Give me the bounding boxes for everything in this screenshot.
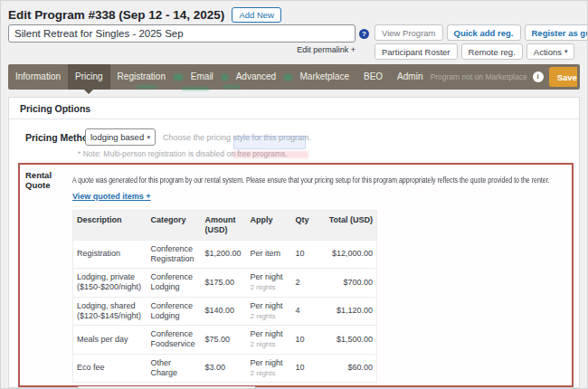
quote-row: Lodging, shared ($120-$145/night) Confer… [73, 297, 377, 326]
tab-information[interactable]: Information [8, 64, 68, 90]
pricing-method-note: * Note: Multi-person registration is dis… [78, 149, 579, 158]
quote-row: Eco fee Other Charge $3.00 Per night2 ni… [73, 354, 377, 383]
apply-sub: 2 nights [251, 312, 289, 321]
tab-beo[interactable]: BEO [356, 64, 390, 90]
view-quoted-items-link[interactable]: View quoted items + [72, 192, 151, 201]
cell-qty: 10 [292, 240, 318, 269]
tab-email[interactable]: Email [184, 64, 221, 90]
register-as-guest-button[interactable]: Register as guest [525, 24, 588, 41]
quote-row: Registration Conference Registration $1,… [73, 240, 377, 269]
pricing-method-label: Pricing Method [25, 132, 71, 143]
quick-add-reg-button[interactable]: Quick add reg. [447, 24, 521, 41]
marketplace-status-text: Program not on Marketplace [430, 72, 526, 81]
col-header-description: Description [73, 211, 147, 241]
chevron-down-icon: ▾ [147, 134, 150, 141]
col-header-apply: Apply [247, 211, 292, 241]
chevron-down-icon: ▾ [564, 48, 568, 55]
apply-sub: 2 nights [251, 340, 289, 349]
pricing-method-value: lodging based [90, 132, 144, 142]
quote-table: Description Category Amount (USD) Apply … [72, 210, 377, 383]
cell-qty: 4 [292, 297, 318, 326]
info-icon[interactable]: i [533, 71, 544, 82]
edit-permalink-link[interactable]: Edit permalink + [8, 45, 356, 54]
actions-dropdown-button[interactable]: Actions▾ [526, 43, 575, 60]
rental-quote-section: Rental Quote A quote was generated for t… [18, 163, 574, 387]
apply-main: Per night [251, 272, 289, 282]
cell-total: $60.00 [318, 354, 377, 383]
cell-amount: $1,200.00 [202, 240, 247, 269]
apply-sub: 2 nights [251, 369, 289, 378]
header-actions: View Program Quick add reg. Register as … [375, 24, 588, 60]
cell-amount: $3.00 [202, 354, 247, 383]
cell-description: Meals per day [73, 326, 147, 355]
cell-description: Lodging, shared ($120-$145/night) [73, 297, 147, 326]
col-header-qty: Qty [292, 211, 318, 241]
cell-amount: $75.00 [202, 326, 247, 355]
quote-row: Meals per day Conference Foodservice $75… [73, 326, 377, 355]
section-title: Pricing Options [9, 98, 579, 119]
cell-description: Eco fee [73, 354, 147, 383]
cell-apply: Per night2 nights [247, 269, 292, 298]
cell-apply: Per night2 nights [247, 297, 292, 326]
cell-amount: $175.00 [202, 269, 247, 298]
artifact-green-ghost [182, 87, 209, 90]
pricing-method-select[interactable]: lodging based ▾ [85, 128, 156, 146]
tab-pricing-label: Pricing [75, 71, 103, 81]
program-tab-bar: Information Pricing Registration Email A… [8, 64, 580, 90]
cell-category: Conference Lodging [147, 269, 202, 298]
add-new-button[interactable]: Add New [232, 7, 281, 23]
tab-pricing[interactable]: Pricing [68, 64, 110, 90]
tab-marketplace[interactable]: Marketplace [293, 64, 356, 90]
help-icon[interactable]: ? [359, 29, 369, 39]
cell-apply: Per item [247, 240, 292, 269]
cell-total: $700.00 [318, 269, 377, 298]
participant-roster-button[interactable]: Participant Roster [375, 43, 458, 60]
cell-description: Lodging, private ($150-$200/night) [73, 269, 147, 298]
cell-description: Registration [73, 240, 147, 269]
cell-qty: 2 [292, 269, 318, 298]
cell-category: Other Charge [147, 354, 202, 383]
actions-label: Actions [534, 47, 562, 57]
page-header: Edit Program #338 (Sep 12 - 14, 2025) Ad… [1, 1, 587, 60]
rental-quote-message: A quote was generated for this program b… [72, 176, 550, 185]
apply-sub: 2 nights [251, 283, 289, 292]
tab-admin[interactable]: Admin [390, 64, 430, 90]
apply-main: Per night [251, 358, 289, 368]
cell-total: $12,000.00 [318, 240, 377, 269]
active-tab-caret [84, 90, 93, 94]
view-program-button[interactable]: View Program [375, 24, 443, 41]
artifact-blue-ghost [233, 136, 306, 149]
cell-qty: 10 [292, 326, 318, 355]
cell-apply: Per night2 nights [247, 354, 292, 383]
artifact-green-ghost [223, 85, 240, 89]
artifact-green-ghost [222, 74, 228, 81]
quote-row: Lodging, private ($150-$200/night) Confe… [73, 269, 377, 298]
cell-amount: $140.00 [202, 297, 247, 326]
cell-category: Conference Foodservice [147, 326, 202, 355]
page-title: Edit Program #338 (Sep 12 - 14, 2025) [8, 8, 224, 22]
apply-main: Per night [251, 329, 289, 339]
cell-total: $1,120.00 [318, 297, 377, 326]
remote-reg-button[interactable]: Remote reg. [461, 43, 523, 60]
save-changes-button[interactable]: Save Changes [549, 67, 577, 87]
artifact-pink-ghost [232, 151, 308, 158]
artifact-green-ghost [174, 74, 183, 81]
col-header-amount: Amount (USD) [202, 211, 247, 241]
apply-main: Per item [251, 249, 289, 259]
program-title-input[interactable] [8, 24, 356, 43]
cell-category: Conference Lodging [147, 297, 202, 326]
apply-main: Per night [251, 301, 289, 311]
col-header-total: Total (USD) [318, 211, 377, 241]
cell-total: $1,500.00 [318, 326, 377, 355]
edit-program-page: Edit Program #338 (Sep 12 - 14, 2025) Ad… [0, 0, 588, 389]
col-header-category: Category [147, 211, 202, 241]
rental-quote-label: Rental Quote [25, 170, 72, 203]
cell-apply: Per night2 nights [247, 326, 292, 355]
quote-table-header-row: Description Category Amount (USD) Apply … [73, 211, 377, 241]
artifact-green-ghost [137, 85, 156, 89]
cell-qty: 10 [292, 354, 318, 383]
cell-category: Conference Registration [147, 240, 202, 269]
artifact-green-ghost [284, 74, 291, 81]
